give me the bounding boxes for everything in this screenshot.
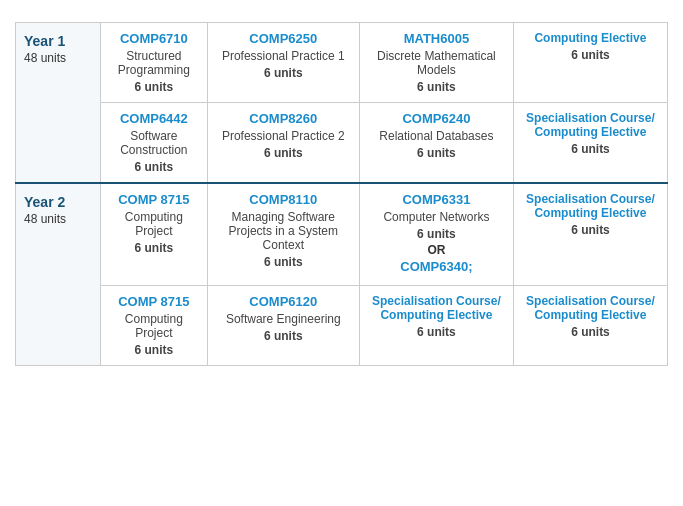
course-code: MATH6005: [366, 31, 507, 46]
course-name: Relational Databases: [366, 129, 507, 143]
course-name: Managing Software Projects in a System C…: [214, 210, 353, 252]
page-container: Year 1 48 units COMP6710 Structured Prog…: [0, 0, 683, 386]
alt-course-code: COMP6340;: [366, 259, 507, 274]
course-units: 6 units: [366, 146, 507, 160]
elective-cell: Specialisation Course/ Computing Electiv…: [359, 286, 513, 366]
course-cell: COMP8110 Managing Software Projects in a…: [207, 183, 359, 286]
year-cell-year2: Year 2 48 units: [16, 183, 101, 366]
course-name: Computing Project: [107, 312, 201, 340]
year-label: Year 2: [24, 194, 92, 210]
course-cell: COMP 8715 Computing Project 6 units: [101, 286, 208, 366]
course-code: COMP 8715: [107, 294, 201, 309]
elective-cell: Specialisation Course/ Computing Electiv…: [513, 103, 667, 184]
course-units: 6 units: [214, 255, 353, 269]
elective-units: 6 units: [520, 325, 661, 339]
course-code: COMP6240: [366, 111, 507, 126]
course-name: Software Engineering: [214, 312, 353, 326]
course-cell: COMP6240 Relational Databases 6 units: [359, 103, 513, 184]
course-units: 6 units: [107, 343, 201, 357]
elective-label: Computing Elective: [520, 31, 661, 45]
course-name: Software Construction: [107, 129, 201, 157]
course-cell: COMP6331 Computer Networks 6 units OR CO…: [359, 183, 513, 286]
course-units: 6 units: [107, 241, 201, 255]
course-code: COMP6120: [214, 294, 353, 309]
elective-units: 6 units: [366, 325, 507, 339]
elective-label: Specialisation Course/ Computing Electiv…: [366, 294, 507, 322]
course-units: 6 units: [214, 66, 353, 80]
elective-units: 6 units: [520, 223, 661, 237]
course-cell: COMP6442 Software Construction 6 units: [101, 103, 208, 184]
year-units: 48 units: [24, 212, 92, 226]
course-name: Professional Practice 2: [214, 129, 353, 143]
course-cell: COMP8260 Professional Practice 2 6 units: [207, 103, 359, 184]
course-units: 6 units: [366, 80, 507, 94]
course-cell: COMP 8715 Computing Project 6 units: [101, 183, 208, 286]
year-label: Year 1: [24, 33, 92, 49]
year-cell-year1: Year 1 48 units: [16, 23, 101, 184]
course-code: COMP6710: [107, 31, 201, 46]
course-units: 6 units: [107, 80, 201, 94]
elective-units: 6 units: [520, 142, 661, 156]
elective-label: Specialisation Course/ Computing Electiv…: [520, 111, 661, 139]
course-code: COMP 8715: [107, 192, 201, 207]
course-name: Discrete Mathematical Models: [366, 49, 507, 77]
course-name: Structured Programming: [107, 49, 201, 77]
course-name: Computer Networks: [366, 210, 507, 224]
course-cell: COMP6250 Professional Practice 1 6 units: [207, 23, 359, 103]
course-code: COMP8110: [214, 192, 353, 207]
course-name: Computing Project: [107, 210, 201, 238]
course-units: 6 units: [214, 146, 353, 160]
course-units: 6 units: [214, 329, 353, 343]
elective-cell: Specialisation Course/ Computing Electiv…: [513, 183, 667, 286]
or-text: OR: [366, 243, 507, 257]
elective-cell: Computing Elective 6 units: [513, 23, 667, 103]
course-units: 6 units: [107, 160, 201, 174]
year-units: 48 units: [24, 51, 92, 65]
elective-label: Specialisation Course/ Computing Electiv…: [520, 192, 661, 220]
study-table: Year 1 48 units COMP6710 Structured Prog…: [15, 22, 668, 366]
course-name: Professional Practice 1: [214, 49, 353, 63]
elective-units: 6 units: [520, 48, 661, 62]
elective-label: Specialisation Course/ Computing Electiv…: [520, 294, 661, 322]
course-code: COMP6250: [214, 31, 353, 46]
course-code: COMP8260: [214, 111, 353, 126]
course-cell: COMP6120 Software Engineering 6 units: [207, 286, 359, 366]
course-code: COMP6442: [107, 111, 201, 126]
course-cell: COMP6710 Structured Programming 6 units: [101, 23, 208, 103]
course-cell: MATH6005 Discrete Mathematical Models 6 …: [359, 23, 513, 103]
course-units: 6 units: [366, 227, 507, 241]
course-code: COMP6331: [366, 192, 507, 207]
elective-cell: Specialisation Course/ Computing Electiv…: [513, 286, 667, 366]
